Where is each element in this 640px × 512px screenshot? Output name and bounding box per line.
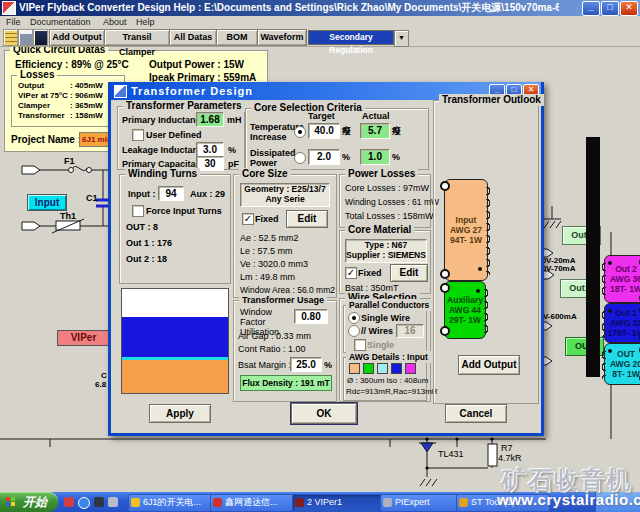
output-power-value: Output Power : 15W [149, 59, 244, 70]
quicklaunch-icon-3[interactable] [94, 497, 104, 507]
primary-inductance-label: Primary Inductance [122, 115, 206, 125]
taskbar-task-piexpert[interactable]: PIExpert [380, 494, 468, 512]
taskbar-task-1[interactable]: 6J1的开关电... [128, 494, 222, 512]
winding-turns: 18T- 1W [605, 284, 640, 294]
start-label: 开始 [23, 495, 47, 509]
parallel-wires-count-field: 16 [396, 324, 424, 338]
power-target-unit: % [342, 152, 350, 162]
single-wire-label: Single Wire [361, 313, 410, 323]
bsat-margin-field[interactable]: 25.0 [290, 357, 322, 372]
material-fixed-checkbox[interactable]: ✓ [345, 267, 357, 279]
fuse-label: F1 [64, 156, 75, 166]
power-target-field[interactable]: 2.0 [308, 149, 340, 165]
winding-awg: AWG 33 [605, 318, 640, 328]
input-node-button[interactable]: Input [27, 194, 67, 211]
all-datas-button[interactable]: All Datas [169, 29, 217, 46]
wire-swatch-input [349, 363, 360, 374]
parallel-wires-radio[interactable] [348, 325, 360, 337]
flux-density-value: Flux Density : 191 mT [240, 375, 332, 391]
terminal-dot [440, 326, 450, 336]
menu-about[interactable]: About [103, 17, 127, 27]
transformer-outlook-title: Transformer Outlook [439, 94, 544, 106]
print-icon[interactable] [18, 29, 33, 46]
waveform-button[interactable]: Waveform [257, 29, 307, 46]
wire-resistance-value: Rdc=913mR,Rac=913mR [346, 387, 438, 396]
cont-ratio-value: Cont Ratio : 1.00 [238, 344, 306, 354]
regulation-dropdown[interactable]: Secondary Regulation [308, 30, 394, 45]
terminal-dot [440, 181, 450, 191]
minimize-button[interactable]: _ [582, 1, 600, 16]
single-wire-radio[interactable] [348, 312, 360, 324]
notes-icon[interactable] [3, 29, 18, 46]
loss-row-value: : 405mW [70, 81, 103, 90]
main-titlebar: VIPer Flyback Converter Design Help : E:… [0, 0, 640, 16]
winding-label: Out 2 [605, 264, 640, 274]
core-size-title: Core Size [239, 168, 291, 180]
user-defined-checkbox[interactable] [132, 129, 144, 141]
capacitor-c1-label: C1 [86, 193, 98, 203]
loss-row-value: : 365mW [70, 101, 103, 110]
menu-file[interactable]: File [6, 17, 21, 27]
primary-capacitance-field[interactable]: 30 [196, 156, 224, 171]
add-output-toolbar-button[interactable]: Add Output [49, 29, 105, 46]
temperature-increase-radio[interactable] [294, 126, 306, 138]
save-icon[interactable] [33, 29, 48, 46]
winding-losses-value: Winding Losses : 61 mW [345, 197, 439, 207]
dropdown-arrow-icon[interactable]: ▼ [394, 30, 409, 47]
core-size-fixed-label: Fixed [255, 214, 279, 224]
menu-help[interactable]: Help [136, 17, 155, 27]
polarity-dot [476, 289, 480, 293]
tl431-label: TL431 [438, 449, 464, 459]
core-size-edit-button[interactable]: Edit [286, 210, 328, 228]
temperature-increase-label: Temperature Increase [250, 122, 296, 142]
maximize-button[interactable]: □ [601, 1, 619, 16]
winding-turns: 29T- 1W [445, 315, 485, 325]
menu-documentation[interactable]: Documentation [30, 17, 91, 27]
out-turns-label: OUT : 8 [126, 222, 158, 232]
winding-turns: 8T- 1W [605, 369, 640, 379]
taskbar-task-viper[interactable]: 2 VIPer1 ▼ [292, 494, 392, 512]
capacitance-unit: pF [228, 159, 239, 169]
r7-value: 4.7kR [498, 453, 522, 463]
wire-swatch-out2 [405, 363, 416, 374]
target-header: Target [308, 111, 335, 121]
screen: { "colors":{"titlebar_start":"#0a246a","… [0, 0, 640, 512]
parallel-conductors-group: Parallel Conductors Single Wire // Wires… [343, 305, 427, 353]
close-button[interactable]: ✕ [620, 1, 638, 16]
core-size-fixed-checkbox[interactable]: ✓ [242, 213, 254, 225]
start-button[interactable]: 开始 [0, 492, 58, 512]
primary-inductance-value[interactable]: 1.68 [196, 112, 224, 127]
winding-label: Auxiliary [445, 295, 485, 305]
quicklaunch-icon-1[interactable] [64, 497, 74, 507]
core-lm-value: Lm : 49.8 mm [240, 272, 295, 282]
winding-input[interactable]: Input AWG 27 94T- 1W [444, 179, 488, 281]
quicklaunch-icon-2[interactable] [78, 497, 90, 509]
cancel-button[interactable]: Cancel [445, 404, 507, 423]
transformer-usage-group: Transformer Usage Window Factor Utilisat… [233, 300, 337, 402]
cap-value-fragment: 6.8 [95, 380, 106, 389]
window-factor-field[interactable]: 0.80 [294, 309, 328, 324]
taskbar-task-2[interactable]: 鑫网通达信... [210, 494, 304, 512]
temp-target-unit: 癈 [342, 126, 351, 136]
out2-turns-label: Out 2 : 18 [126, 254, 167, 264]
r7-label: R7 [501, 443, 513, 453]
wire-swatch-out [377, 363, 388, 374]
bobbin-out1-layer [122, 317, 228, 357]
ok-button[interactable]: OK [291, 403, 357, 424]
transil-clamper-button[interactable]: Transil Clamper [104, 29, 170, 46]
loss-row-label: Clamper [18, 101, 50, 110]
force-input-turns-checkbox[interactable] [132, 205, 144, 217]
temp-target-field[interactable]: 40.0 [308, 123, 340, 139]
input-turns-field[interactable]: 94 [158, 186, 184, 201]
terminal-dot [440, 269, 450, 279]
bom-button[interactable]: BOM [216, 29, 258, 46]
leakage-inductance-field[interactable]: 3.0 [196, 142, 224, 157]
add-output-button[interactable]: Add Output [458, 355, 520, 375]
viper-device-button[interactable]: VIPer [57, 330, 110, 346]
quicklaunch-icon-4[interactable] [108, 497, 118, 507]
dissipated-power-radio[interactable] [294, 152, 306, 164]
core-bar [586, 137, 600, 377]
material-edit-button[interactable]: Edit [390, 264, 428, 282]
single-diameter-checkbox [354, 339, 366, 351]
apply-button[interactable]: Apply [149, 404, 211, 423]
